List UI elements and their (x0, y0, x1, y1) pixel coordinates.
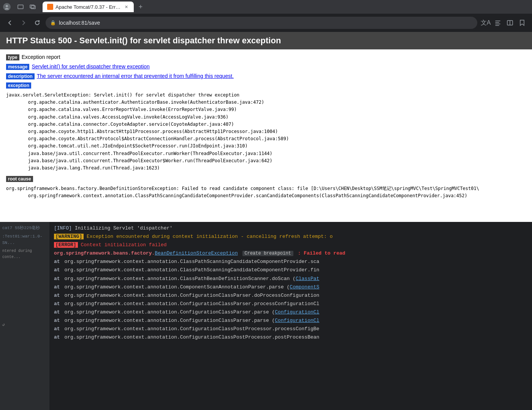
at-text-2: org.springframework.context.annotation.C… (64, 267, 319, 273)
gutter-line-4: ي (2, 321, 47, 327)
tab-title: Apache Tomcat/7.0.37 - Error rep (55, 4, 123, 10)
ide-line-at-3: at org.springframework.context.annotatio… (54, 275, 527, 283)
at-keyword-5: at (54, 293, 60, 298)
ide-line-at-8: at org.springframework.context.annotatio… (54, 317, 527, 325)
gutter-line-2: :Test01:war:1.0-SN... (2, 233, 47, 247)
description-row: description The server encountered an in… (6, 73, 526, 79)
toolbar-icons: 文A (480, 17, 527, 28)
exception-class: org.springframework.beans.factory. (54, 250, 155, 256)
split-view-icon[interactable] (505, 17, 515, 28)
url-bar[interactable]: 🔒 localhost:81/save (46, 17, 477, 29)
class-link-7[interactable]: ConfigurationCl (275, 309, 319, 315)
url-text: localhost:81/save (59, 20, 100, 26)
address-bar: 🔒 localhost:81/save 文A (0, 14, 532, 32)
gutter-line-3: ntered during conte... (2, 248, 47, 260)
active-tab[interactable]: Apache Tomcat/7.0.37 - Error rep ✕ (43, 2, 134, 12)
at-keyword-4: at (54, 284, 60, 290)
exception-section: javax.servlet.ServletException: Servlet.… (6, 92, 526, 172)
error-title: HTTP Status 500 - Servlet.init() for ser… (0, 32, 532, 49)
exception-link[interactable]: BeanDefinitionStoreException (155, 250, 238, 256)
at-keyword-7: at (54, 309, 60, 315)
error-title-text: HTTP Status 500 - Servlet.init() for ser… (6, 36, 281, 45)
ide-line-warning: [WARNING] Exception encountered during c… (54, 233, 527, 241)
class-link-4[interactable]: ComponentS (290, 284, 319, 290)
exception-label: exception (6, 82, 31, 89)
ide-line-at-2: at org.springframework.context.annotatio… (54, 266, 527, 274)
info-text: Initializing Servlet 'dispatcher' (75, 225, 173, 231)
class-link-3[interactable]: ClassPat (296, 276, 319, 282)
read-mode-icon[interactable] (492, 17, 503, 28)
at-text-6: org.springframework.context.annotation.C… (64, 301, 319, 307)
profile-icon (3, 3, 11, 11)
at-keyword-9: at (54, 326, 60, 332)
ide-panel: cat7 55秒225毫秒 :Test01:war:1.0-SN... nter… (0, 222, 532, 410)
lock-icon: 🔒 (50, 20, 56, 25)
forward-button[interactable] (18, 17, 29, 28)
browser-chrome: Apache Tomcat/7.0.37 - Error rep ✕ + 🔒 l… (0, 0, 532, 32)
svg-point-0 (6, 5, 8, 7)
exception-row: exception (6, 82, 526, 89)
at-text-7: org.springframework.context.annotation.C… (64, 309, 319, 315)
svg-rect-4 (31, 6, 35, 9)
ide-line-exception: org.springframework.beans.factory.BeanDe… (54, 249, 527, 258)
at-keyword-2: at (54, 267, 60, 273)
svg-point-1 (5, 8, 9, 9)
info-label: [INFO] (54, 225, 72, 231)
at-keyword-1: at (54, 259, 60, 264)
ide-line-error: [ERROR] Context initialization failed (54, 241, 527, 249)
at-text-8: org.springframework.context.annotation.C… (64, 318, 319, 323)
svg-rect-3 (30, 5, 34, 8)
ide-line-info: [INFO] Initializing Servlet 'dispatcher' (54, 224, 527, 233)
at-text-4: org.springframework.context.annotation.C… (64, 284, 319, 290)
at-text-3: org.springframework.context.annotation.C… (64, 276, 319, 282)
root-cause-label: root cause (6, 176, 33, 182)
ide-line-at-9: at org.springframework.context.annotatio… (54, 325, 527, 333)
bookmark-icon[interactable] (517, 17, 527, 28)
back-button[interactable] (5, 17, 15, 28)
error-page: HTTP Status 500 - Servlet.init() for ser… (0, 32, 532, 222)
ide-line-at-5: at org.springframework.context.annotatio… (54, 291, 527, 300)
error-label: [ERROR] (54, 242, 78, 248)
ide-line-at-6: at org.springframework.context.annotatio… (54, 300, 527, 308)
ide-line-at-7: at org.springframework.context.annotatio… (54, 308, 527, 317)
failed-text: : Failed to read (298, 250, 345, 256)
exception-stack: javax.servlet.ServletException: Servlet.… (6, 92, 526, 172)
tab-favicon (47, 4, 53, 10)
ide-gutter: cat7 55秒225毫秒 :Test01:war:1.0-SN... nter… (0, 222, 49, 410)
root-cause-text: org.springframework.beans.factory.BeanDe… (6, 185, 526, 199)
at-keyword-8: at (54, 318, 60, 323)
at-keyword-3: at (54, 276, 60, 282)
at-text-10: org.springframework.context.annotation.C… (64, 334, 319, 340)
error-text: Context initialization failed (81, 242, 166, 248)
translate-icon[interactable]: 文A (480, 17, 491, 28)
type-row: type Exception report (6, 54, 526, 60)
at-keyword-6: at (54, 301, 60, 307)
tab-bar: Apache Tomcat/7.0.37 - Error rep ✕ + (0, 0, 532, 14)
gutter-line-1: cat7 55秒225毫秒 (2, 225, 47, 232)
description-value[interactable]: The server encountered an internal error… (37, 73, 234, 79)
window-icon-2[interactable] (27, 2, 38, 12)
svg-rect-2 (18, 5, 23, 9)
new-tab-button[interactable]: + (135, 2, 146, 12)
ide-gutter-text: cat7 55秒225毫秒 :Test01:war:1.0-SN... nter… (0, 222, 49, 330)
message-row: message Servlet.init() for servlet dispa… (6, 63, 526, 70)
at-text-9: org.springframework.context.annotation.C… (64, 326, 319, 332)
message-value[interactable]: Servlet.init() for servlet dispatcher th… (32, 63, 149, 70)
ide-main-content: [INFO] Initializing Servlet 'dispatcher'… (49, 222, 532, 410)
at-text-5: org.springframework.context.annotation.C… (64, 293, 319, 298)
ide-line-at-10: at org.springframework.context.annotatio… (54, 333, 527, 342)
tab-close-button[interactable]: ✕ (123, 4, 129, 10)
error-body: type Exception report message Servlet.in… (0, 49, 532, 204)
type-label: type (6, 54, 19, 60)
class-link-8[interactable]: ConfigurationCl (275, 318, 319, 323)
reload-button[interactable] (32, 17, 43, 28)
ide-line-at-4: at org.springframework.context.annotatio… (54, 283, 527, 291)
at-text-1: org.springframework.context.annotation.C… (64, 259, 319, 264)
window-icon-1[interactable] (15, 2, 26, 12)
root-cause-section: root cause org.springframework.beans.fac… (6, 176, 526, 199)
warning-label: [WARNING] (54, 234, 84, 239)
create-breakpoint-button[interactable]: Create breakpoint (242, 251, 293, 256)
at-keyword-10: at (54, 334, 60, 340)
ide-line-at-1: at org.springframework.context.annotatio… (54, 258, 527, 266)
description-label: description (6, 73, 35, 79)
